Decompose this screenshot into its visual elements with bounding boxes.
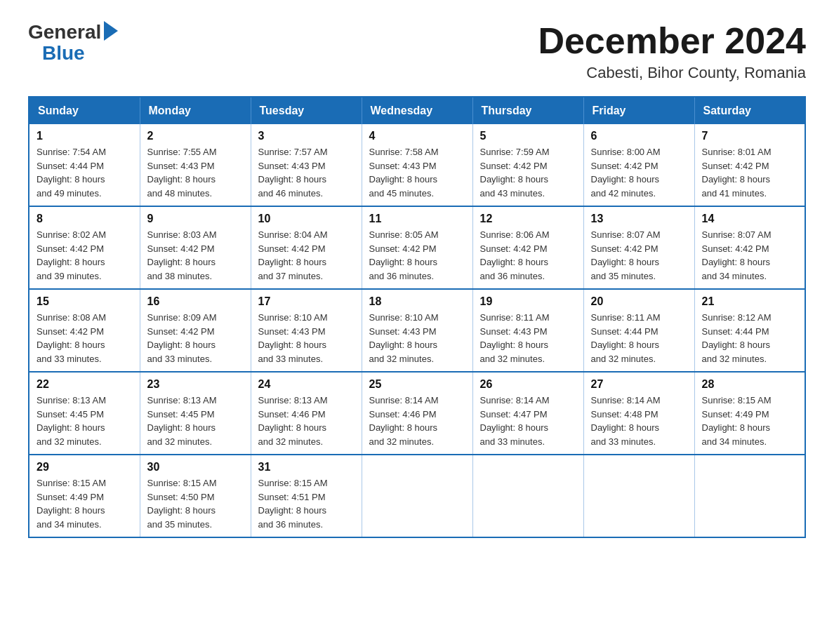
calendar-header: Sunday Monday Tuesday Wednesday Thursday… <box>29 97 805 124</box>
day-number: 3 <box>258 130 355 142</box>
day-info: Sunrise: 8:15 AM Sunset: 4:49 PM Dayligh… <box>37 476 133 531</box>
calendar-cell: 11 Sunrise: 8:05 AM Sunset: 4:42 PM Dayl… <box>362 206 472 289</box>
day-info: Sunrise: 7:55 AM Sunset: 4:43 PM Dayligh… <box>147 145 244 200</box>
day-number: 9 <box>147 213 244 225</box>
calendar-week-row: 29 Sunrise: 8:15 AM Sunset: 4:49 PM Dayl… <box>29 455 805 537</box>
calendar-cell: 14 Sunrise: 8:07 AM Sunset: 4:42 PM Dayl… <box>694 206 805 289</box>
day-info: Sunrise: 8:02 AM Sunset: 4:42 PM Dayligh… <box>37 228 133 283</box>
day-info: Sunrise: 8:00 AM Sunset: 4:42 PM Dayligh… <box>591 145 687 200</box>
day-number: 27 <box>591 378 687 391</box>
calendar-week-row: 8 Sunrise: 8:02 AM Sunset: 4:42 PM Dayli… <box>29 206 805 289</box>
day-info: Sunrise: 8:13 AM Sunset: 4:45 PM Dayligh… <box>37 394 133 448</box>
day-info: Sunrise: 8:13 AM Sunset: 4:46 PM Dayligh… <box>258 394 355 448</box>
day-info: Sunrise: 8:15 AM Sunset: 4:51 PM Dayligh… <box>258 476 355 531</box>
day-number: 18 <box>369 295 465 308</box>
day-number: 21 <box>702 295 798 308</box>
calendar-cell: 31 Sunrise: 8:15 AM Sunset: 4:51 PM Dayl… <box>251 455 362 537</box>
calendar-cell: 16 Sunrise: 8:09 AM Sunset: 4:42 PM Dayl… <box>140 289 251 372</box>
day-info: Sunrise: 8:10 AM Sunset: 4:43 PM Dayligh… <box>369 311 465 365</box>
calendar-cell: 5 Sunrise: 7:59 AM Sunset: 4:42 PM Dayli… <box>472 124 583 206</box>
day-number: 26 <box>480 378 576 391</box>
day-number: 31 <box>258 461 355 474</box>
calendar-cell: 12 Sunrise: 8:06 AM Sunset: 4:42 PM Dayl… <box>472 206 583 289</box>
day-number: 22 <box>37 378 133 391</box>
calendar-table: Sunday Monday Tuesday Wednesday Thursday… <box>28 96 806 538</box>
calendar-cell: 6 Sunrise: 8:00 AM Sunset: 4:42 PM Dayli… <box>583 124 694 206</box>
day-number: 2 <box>147 130 244 142</box>
day-info: Sunrise: 8:11 AM Sunset: 4:44 PM Dayligh… <box>591 311 687 365</box>
day-info: Sunrise: 8:07 AM Sunset: 4:42 PM Dayligh… <box>591 228 687 283</box>
day-info: Sunrise: 8:03 AM Sunset: 4:42 PM Dayligh… <box>147 228 244 283</box>
header-saturday: Saturday <box>694 97 805 124</box>
calendar-cell: 19 Sunrise: 8:11 AM Sunset: 4:43 PM Dayl… <box>472 289 583 372</box>
calendar-cell <box>694 455 805 537</box>
month-title: December 2024 <box>538 21 806 61</box>
day-info: Sunrise: 8:14 AM Sunset: 4:48 PM Dayligh… <box>591 394 687 448</box>
day-info: Sunrise: 7:58 AM Sunset: 4:43 PM Dayligh… <box>369 145 465 200</box>
calendar-cell: 26 Sunrise: 8:14 AM Sunset: 4:47 PM Dayl… <box>472 372 583 455</box>
day-number: 14 <box>702 213 798 225</box>
logo-arrow-icon <box>104 21 118 41</box>
day-info: Sunrise: 7:59 AM Sunset: 4:42 PM Dayligh… <box>480 145 576 200</box>
day-info: Sunrise: 7:57 AM Sunset: 4:43 PM Dayligh… <box>258 145 355 200</box>
day-number: 15 <box>37 295 133 308</box>
header-tuesday: Tuesday <box>251 97 362 124</box>
day-info: Sunrise: 8:14 AM Sunset: 4:47 PM Dayligh… <box>480 394 576 448</box>
day-info: Sunrise: 8:11 AM Sunset: 4:43 PM Dayligh… <box>480 311 576 365</box>
day-info: Sunrise: 8:09 AM Sunset: 4:42 PM Dayligh… <box>147 311 244 365</box>
calendar-cell: 8 Sunrise: 8:02 AM Sunset: 4:42 PM Dayli… <box>29 206 140 289</box>
calendar-cell: 22 Sunrise: 8:13 AM Sunset: 4:45 PM Dayl… <box>29 372 140 455</box>
day-info: Sunrise: 8:07 AM Sunset: 4:42 PM Dayligh… <box>702 228 798 283</box>
day-info: Sunrise: 8:08 AM Sunset: 4:42 PM Dayligh… <box>37 311 133 365</box>
day-info: Sunrise: 8:06 AM Sunset: 4:42 PM Dayligh… <box>480 228 576 283</box>
location-title: Cabesti, Bihor County, Romania <box>538 64 806 82</box>
day-info: Sunrise: 8:12 AM Sunset: 4:44 PM Dayligh… <box>702 311 798 365</box>
calendar-cell: 21 Sunrise: 8:12 AM Sunset: 4:44 PM Dayl… <box>694 289 805 372</box>
calendar-cell: 7 Sunrise: 8:01 AM Sunset: 4:42 PM Dayli… <box>694 124 805 206</box>
calendar-cell: 10 Sunrise: 8:04 AM Sunset: 4:42 PM Dayl… <box>251 206 362 289</box>
day-number: 19 <box>480 295 576 308</box>
calendar-cell: 28 Sunrise: 8:15 AM Sunset: 4:49 PM Dayl… <box>694 372 805 455</box>
day-info: Sunrise: 7:54 AM Sunset: 4:44 PM Dayligh… <box>37 145 133 200</box>
header-wednesday: Wednesday <box>362 97 472 124</box>
day-number: 24 <box>258 378 355 391</box>
calendar-cell <box>583 455 694 537</box>
calendar-cell <box>362 455 472 537</box>
calendar-week-row: 1 Sunrise: 7:54 AM Sunset: 4:44 PM Dayli… <box>29 124 805 206</box>
calendar-cell: 29 Sunrise: 8:15 AM Sunset: 4:49 PM Dayl… <box>29 455 140 537</box>
calendar-cell: 30 Sunrise: 8:15 AM Sunset: 4:50 PM Dayl… <box>140 455 251 537</box>
calendar-cell: 2 Sunrise: 7:55 AM Sunset: 4:43 PM Dayli… <box>140 124 251 206</box>
title-area: December 2024 Cabesti, Bihor County, Rom… <box>538 21 806 82</box>
calendar-cell: 20 Sunrise: 8:11 AM Sunset: 4:44 PM Dayl… <box>583 289 694 372</box>
calendar-cell: 23 Sunrise: 8:13 AM Sunset: 4:45 PM Dayl… <box>140 372 251 455</box>
logo-blue-text: Blue <box>42 43 85 63</box>
calendar-cell: 15 Sunrise: 8:08 AM Sunset: 4:42 PM Dayl… <box>29 289 140 372</box>
day-number: 30 <box>147 461 244 474</box>
day-number: 16 <box>147 295 244 308</box>
day-number: 7 <box>702 130 798 142</box>
day-info: Sunrise: 8:15 AM Sunset: 4:49 PM Dayligh… <box>702 394 798 448</box>
day-number: 1 <box>37 130 133 142</box>
header-friday: Friday <box>583 97 694 124</box>
day-number: 20 <box>591 295 687 308</box>
day-number: 17 <box>258 295 355 308</box>
day-number: 23 <box>147 378 244 391</box>
day-number: 8 <box>37 213 133 225</box>
header-thursday: Thursday <box>472 97 583 124</box>
day-number: 6 <box>591 130 687 142</box>
day-number: 10 <box>258 213 355 225</box>
calendar-cell: 13 Sunrise: 8:07 AM Sunset: 4:42 PM Dayl… <box>583 206 694 289</box>
day-number: 11 <box>369 213 465 225</box>
calendar-cell: 24 Sunrise: 8:13 AM Sunset: 4:46 PM Dayl… <box>251 372 362 455</box>
day-number: 4 <box>369 130 465 142</box>
calendar-cell: 25 Sunrise: 8:14 AM Sunset: 4:46 PM Dayl… <box>362 372 472 455</box>
calendar-cell: 3 Sunrise: 7:57 AM Sunset: 4:43 PM Dayli… <box>251 124 362 206</box>
header-row: Sunday Monday Tuesday Wednesday Thursday… <box>29 97 805 124</box>
calendar-cell: 4 Sunrise: 7:58 AM Sunset: 4:43 PM Dayli… <box>362 124 472 206</box>
calendar-week-row: 22 Sunrise: 8:13 AM Sunset: 4:45 PM Dayl… <box>29 372 805 455</box>
calendar-cell: 18 Sunrise: 8:10 AM Sunset: 4:43 PM Dayl… <box>362 289 472 372</box>
day-number: 25 <box>369 378 465 391</box>
day-number: 13 <box>591 213 687 225</box>
day-number: 5 <box>480 130 576 142</box>
calendar-cell <box>472 455 583 537</box>
